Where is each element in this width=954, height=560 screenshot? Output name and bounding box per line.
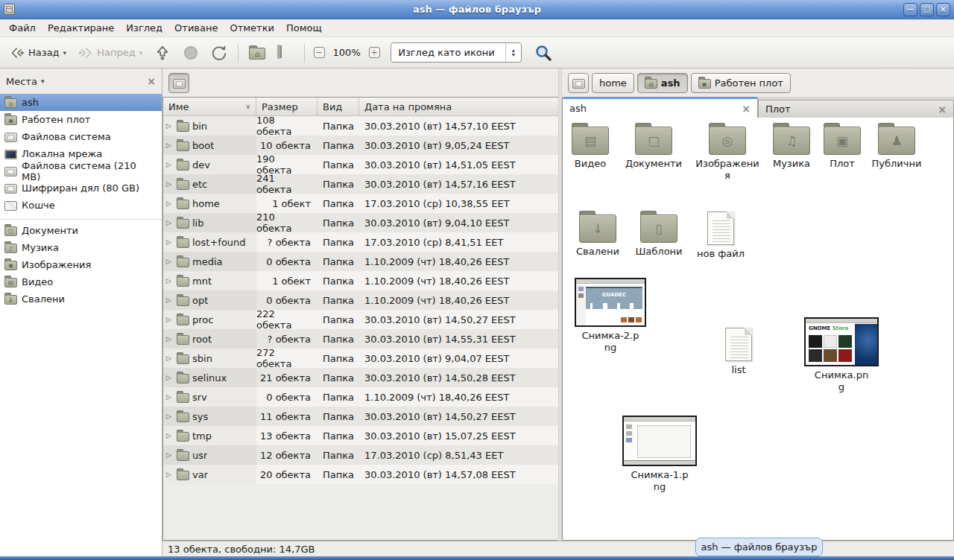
table-row[interactable]: var 20 обекта Папка 30.03.2010 (вт) 14,5…	[163, 465, 558, 484]
home-button[interactable]	[244, 41, 271, 65]
breadcrumb-current-button[interactable]: ash	[637, 73, 688, 93]
icon-item-list[interactable]: list	[707, 328, 771, 376]
tab-close-icon[interactable]	[742, 103, 751, 115]
zoom-out-button[interactable]: −	[310, 44, 328, 62]
sidebar-item[interactable]: Файлова система	[0, 128, 162, 145]
icon-item-videos[interactable]: ▤ Видео	[562, 127, 622, 170]
computer-button[interactable]	[272, 41, 299, 65]
expander-icon[interactable]	[166, 335, 174, 343]
column-header-modified[interactable]: Дата на промяна	[359, 98, 558, 116]
menu-item[interactable]: Отметки	[224, 20, 279, 36]
icon-item-templates[interactable]: ▯ Шаблони	[627, 214, 691, 258]
table-row[interactable]: lib 210 обекта Папка 30.03.2010 (вт) 9,0…	[163, 213, 558, 232]
sidebar-item[interactable]: Документи	[0, 219, 162, 239]
breadcrumb-desktop-button[interactable]: Работен плот	[691, 73, 791, 93]
taskbar-window-button[interactable]: ash — файлов браузър	[695, 538, 823, 556]
menu-item[interactable]: Изглед	[120, 20, 168, 36]
table-row[interactable]: opt 0 обекта Папка 1.10.2009 (чт) 18,40,…	[163, 290, 558, 310]
expander-icon[interactable]	[166, 180, 174, 188]
sidebar-item[interactable]: Свалени	[0, 290, 162, 308]
expander-icon[interactable]	[166, 122, 174, 130]
expander-icon[interactable]	[166, 316, 174, 323]
table-row[interactable]: mnt 1 обект Папка 1.10.2009 (чт) 18,40,2…	[163, 271, 558, 290]
expander-icon[interactable]	[166, 471, 174, 478]
minimize-button[interactable]: —	[903, 3, 917, 16]
expander-icon[interactable]	[166, 413, 174, 420]
expander-icon[interactable]	[166, 238, 174, 246]
sidebar-item[interactable]: Кошче	[0, 197, 162, 214]
forward-history-arrow-icon[interactable]: ▾	[139, 49, 143, 57]
filesystem-root-button[interactable]	[168, 73, 189, 93]
menu-item[interactable]: Помощ	[280, 20, 328, 36]
zoom-in-button[interactable]: +	[365, 44, 383, 62]
up-button[interactable]	[149, 41, 176, 65]
expander-icon[interactable]	[166, 451, 174, 459]
close-button[interactable]: ×	[936, 3, 950, 16]
sidebar-item[interactable]: ash	[0, 94, 162, 111]
stop-button[interactable]	[177, 41, 204, 65]
table-row[interactable]: srv 0 обекта Папка 1.10.2009 (чт) 18,40,…	[163, 387, 558, 407]
icon-item-public[interactable]: ♟ Публични	[865, 127, 929, 170]
table-row[interactable]: selinux 21 обекта Папка 30.03.2010 (вт) …	[163, 368, 558, 387]
icon-item-new-file[interactable]: нов файл	[689, 211, 753, 260]
expander-icon[interactable]	[166, 374, 174, 381]
places-title[interactable]: Места	[6, 76, 37, 87]
table-row[interactable]: etc 241 обекта Папка 30.03.2010 (вт) 14,…	[163, 174, 558, 194]
column-header-type[interactable]: Вид	[318, 98, 359, 116]
reload-button[interactable]	[206, 41, 233, 65]
table-row[interactable]: home 1 обект Папка 17.03.2010 (ср) 10,38…	[163, 194, 558, 213]
table-row[interactable]: boot 10 обекта Папка 30.03.2010 (вт) 9,0…	[163, 136, 558, 155]
sidebar-close-icon[interactable]: ×	[147, 75, 156, 87]
expander-icon[interactable]	[166, 354, 174, 362]
column-header-name[interactable]: Име ∨	[163, 98, 256, 116]
expander-icon[interactable]	[166, 296, 174, 304]
table-row[interactable]: sbin 272 обекта Папка 30.03.2010 (вт) 9,…	[163, 349, 558, 368]
titlebar[interactable]: ash — файлов браузър — □ ×	[0, 0, 954, 19]
table-row[interactable]: bin 108 обекта Папка 30.03.2010 (вт) 14,…	[163, 116, 558, 136]
expander-icon[interactable]	[166, 393, 174, 401]
expander-icon[interactable]	[166, 258, 174, 265]
sidebar-item[interactable]: Изображения	[0, 256, 162, 273]
tab[interactable]: Плот	[758, 100, 954, 118]
icon-item-snimka2[interactable]: GUADEC Снимка-2.png	[572, 278, 649, 354]
sidebar-item[interactable]: Музика	[0, 239, 162, 256]
table-row[interactable]: lost+found ? обекта Папка 17.03.2010 (ср…	[163, 232, 558, 252]
expander-icon[interactable]	[166, 219, 174, 226]
table-row[interactable]: dev 190 обекта Папка 30.03.2010 (вт) 14,…	[163, 155, 558, 174]
back-button[interactable]: Назад ▾	[4, 41, 72, 65]
back-history-arrow-icon[interactable]: ▾	[63, 49, 67, 57]
breadcrumb-root-button[interactable]	[568, 73, 589, 93]
expander-icon[interactable]	[166, 432, 174, 439]
places-combo-arrow-icon[interactable]: ▾	[41, 77, 45, 85]
sidebar-item[interactable]: Видео	[0, 273, 162, 290]
icon-item-snimka1[interactable]: Снимка-1.png	[621, 416, 698, 493]
icon-view[interactable]: ▤ Видео ▢ Документи ◎ Изображения ♫ Музи…	[562, 118, 954, 541]
icon-item-documents[interactable]: ▢ Документи	[622, 127, 686, 170]
sidebar-item[interactable]: Шифриран дял (80 GB)	[0, 179, 162, 197]
maximize-button[interactable]: □	[920, 3, 934, 16]
icon-item-snimka[interactable]: GNOME Store Снимка.png	[803, 317, 880, 393]
icon-item-downloads[interactable]: ↓ Свалени	[566, 214, 630, 258]
tab-close-icon[interactable]	[938, 104, 947, 115]
table-row[interactable]: usr 12 обекта Папка 17.03.2010 (ср) 8,51…	[163, 445, 558, 465]
icon-item-pictures[interactable]: ◎ Изображения	[695, 127, 759, 182]
search-button[interactable]	[529, 41, 557, 65]
expander-icon[interactable]	[166, 161, 174, 168]
table-row[interactable]: root ? обекта Папка 30.03.2010 (вт) 14,5…	[163, 329, 558, 349]
table-row[interactable]: proc 222 обекта Папка 30.03.2010 (вт) 14…	[163, 310, 558, 329]
view-mode-select[interactable]: Изглед като икони ▴▾	[391, 42, 522, 63]
table-row[interactable]: tmp 13 обекта Папка 30.03.2010 (вт) 15,0…	[163, 426, 558, 445]
menu-item[interactable]: Отиване	[168, 20, 224, 36]
menu-item[interactable]: Редактиране	[42, 20, 120, 36]
column-header-size[interactable]: Размер	[256, 98, 318, 116]
forward-button[interactable]: Напред ▾	[73, 41, 148, 65]
expander-icon[interactable]	[166, 141, 174, 149]
sidebar-item[interactable]: Файлова система (210 MB)	[0, 162, 162, 179]
sidebar-item[interactable]: Работен плот	[0, 111, 162, 128]
tab[interactable]: ash	[562, 97, 758, 118]
table-row[interactable]: sys 11 обекта Папка 30.03.2010 (вт) 14,5…	[163, 407, 558, 426]
expander-icon[interactable]	[166, 277, 174, 284]
menu-item[interactable]: Файл	[3, 20, 42, 36]
table-row[interactable]: media 0 обекта Папка 1.10.2009 (чт) 18,4…	[163, 252, 558, 271]
expander-icon[interactable]	[166, 200, 174, 207]
